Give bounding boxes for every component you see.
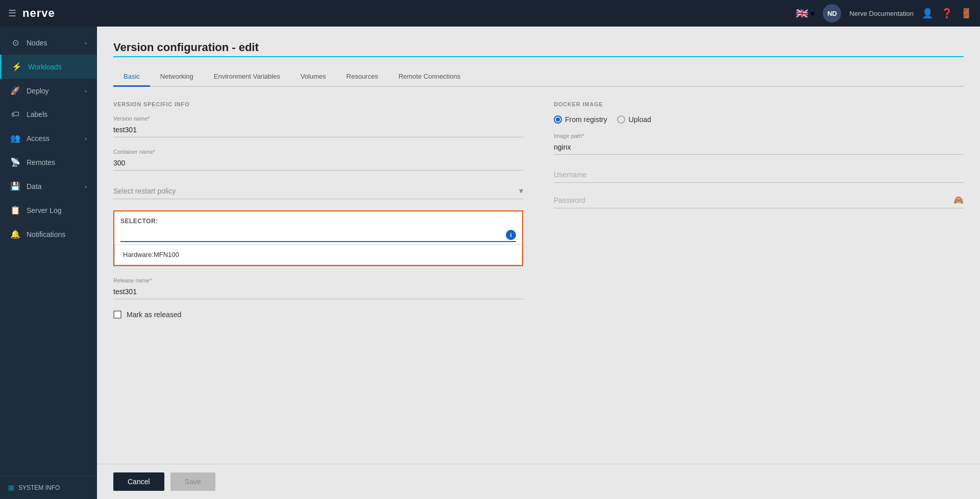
info-icon: i <box>506 230 516 240</box>
sidebar-item-labels[interactable]: 🏷 Labels <box>0 103 97 126</box>
sidebar-item-label: Workloads <box>28 63 62 71</box>
selector-box: SELECTOR: i Hardware:MFN100 <box>113 210 523 266</box>
sidebar-item-label: Labels <box>27 110 47 118</box>
version-name-label: Version name* <box>113 115 523 122</box>
mark-released-row: Mark as released <box>113 311 523 319</box>
labels-icon: 🏷 <box>10 110 20 119</box>
brand-logo: nerve <box>22 7 55 20</box>
page-title: Version configuration - edit <box>113 41 964 57</box>
selector-dropdown: Hardware:MFN100 <box>114 244 522 265</box>
sidebar-item-label: Deploy <box>27 87 49 95</box>
username-input[interactable]: Username <box>554 165 964 183</box>
radio-circle-registry <box>554 115 562 124</box>
release-name-label: Release name* <box>113 277 523 283</box>
system-info-icon: ⊞ <box>8 484 14 492</box>
data-icon: 💾 <box>10 181 20 191</box>
sidebar-item-label: Server Log <box>27 206 61 215</box>
access-icon: 👥 <box>10 133 20 143</box>
radio-from-registry[interactable]: From registry <box>554 115 607 124</box>
right-form-column: DOCKER IMAGE From registry Upload Image … <box>554 101 964 331</box>
password-label: Password <box>554 196 953 204</box>
help-icon[interactable]: ❓ <box>941 8 952 19</box>
radio-upload[interactable]: Upload <box>617 115 651 124</box>
cancel-button[interactable]: Cancel <box>113 472 164 491</box>
image-path-field: Image path* nginx <box>554 133 964 155</box>
system-info-button[interactable]: ⊞ SYSTEM INFO <box>0 476 97 499</box>
hamburger-icon[interactable]: ☰ <box>8 8 16 19</box>
sidebar-item-serverlog[interactable]: 📋 Server Log <box>0 198 97 222</box>
system-info-label: SYSTEM INFO <box>18 484 60 491</box>
sidebar-item-nodes[interactable]: ⊙ Nodes › <box>0 31 97 55</box>
selector-input-row: i <box>120 229 516 242</box>
language-selector[interactable]: 🇬🇧 ▾ <box>796 7 815 19</box>
chevron-down-icon: ▾ <box>519 186 523 196</box>
radio-registry-label: From registry <box>565 115 607 124</box>
bottom-bar: Cancel Save <box>97 464 980 499</box>
docker-source-radio: From registry Upload <box>554 115 964 124</box>
main-content: Version configuration - edit Basic Netwo… <box>97 27 980 464</box>
chevron-right-icon: › <box>85 88 87 94</box>
container-name-label: Container name* <box>113 149 523 155</box>
sidebar-item-notifications[interactable]: 🔔 Notifications <box>0 222 97 246</box>
nerve-doc-link[interactable]: Nerve Documentation <box>849 10 914 17</box>
chevron-right-icon: › <box>85 40 87 46</box>
version-section-label: VERSION SPECIFIC INFO <box>113 101 523 107</box>
tab-resources[interactable]: Resources <box>336 67 388 87</box>
remotes-icon: 📡 <box>10 157 20 167</box>
selector-option-hardware[interactable]: Hardware:MFN100 <box>115 245 522 265</box>
mark-released-label: Mark as released <box>127 311 181 319</box>
sidebar-item-label: Remotes <box>27 158 55 167</box>
image-path-label: Image path* <box>554 133 964 139</box>
chevron-right-icon: › <box>85 183 87 189</box>
image-path-value[interactable]: nginx <box>554 141 964 155</box>
restart-policy-dropdown[interactable]: Select restart policy ▾ <box>113 182 523 199</box>
tab-networking[interactable]: Networking <box>150 67 204 87</box>
release-name-value[interactable]: test301 <box>113 286 523 299</box>
sidebar-item-label: Access <box>27 134 50 142</box>
tab-volumes[interactable]: Volumes <box>290 67 336 87</box>
sidebar-item-workloads[interactable]: ⚡ Workloads <box>0 55 97 79</box>
nodes-icon: ⊙ <box>10 38 20 47</box>
sidebar-item-label: Data <box>27 182 42 191</box>
signout-icon[interactable]: 🚪 <box>961 8 972 19</box>
release-name-field: Release name* test301 <box>113 277 523 299</box>
sidebar-item-label: Nodes <box>27 39 47 47</box>
selector-label: SELECTOR: <box>120 218 516 225</box>
save-button[interactable]: Save <box>170 472 215 491</box>
version-name-field: Version name* test301 <box>113 115 523 137</box>
tab-remote-connections[interactable]: Remote Connections <box>388 67 471 87</box>
user-icon[interactable]: 👤 <box>922 8 933 19</box>
docker-section-label: DOCKER IMAGE <box>554 101 964 107</box>
container-name-value[interactable]: 300 <box>113 157 523 171</box>
password-field: Password 🙈 <box>554 193 964 208</box>
radio-circle-upload <box>617 115 625 124</box>
serverlog-icon: 📋 <box>10 205 20 215</box>
user-avatar[interactable]: ND <box>823 4 841 22</box>
chevron-down-icon: ▾ <box>811 9 815 18</box>
left-form-column: VERSION SPECIFIC INFO Version name* test… <box>113 101 523 331</box>
sidebar-item-access[interactable]: 👥 Access › <box>0 126 97 150</box>
sidebar-item-label: Notifications <box>27 230 65 239</box>
sidebar-item-remotes[interactable]: 📡 Remotes <box>0 150 97 174</box>
restart-policy-placeholder: Select restart policy <box>113 187 176 195</box>
flag-icon: 🇬🇧 <box>796 7 808 19</box>
radio-upload-label: Upload <box>628 115 651 124</box>
notifications-icon: 🔔 <box>10 229 20 239</box>
chevron-right-icon: › <box>85 135 87 141</box>
version-name-value[interactable]: test301 <box>113 124 523 137</box>
deploy-icon: 🚀 <box>10 86 20 96</box>
workloads-icon: ⚡ <box>12 62 22 72</box>
username-label: Username <box>554 171 587 179</box>
topnav: ☰ nerve 🇬🇧 ▾ ND Nerve Documentation 👤 ❓ … <box>0 0 980 27</box>
username-field: Username <box>554 165 964 183</box>
tab-basic[interactable]: Basic <box>113 67 150 87</box>
eye-icon[interactable]: 🙈 <box>953 195 964 205</box>
container-name-field: Container name* 300 <box>113 149 523 171</box>
selector-input[interactable] <box>120 229 502 241</box>
sidebar-item-deploy[interactable]: 🚀 Deploy › <box>0 79 97 103</box>
sidebar: ⊙ Nodes › ⚡ Workloads 🚀 Deploy › 🏷 Label… <box>0 27 97 499</box>
tab-env-vars[interactable]: Environment Variables <box>204 67 290 87</box>
mark-released-checkbox[interactable] <box>113 311 121 319</box>
tabs-bar: Basic Networking Environment Variables V… <box>113 67 964 87</box>
sidebar-item-data[interactable]: 💾 Data › <box>0 174 97 198</box>
